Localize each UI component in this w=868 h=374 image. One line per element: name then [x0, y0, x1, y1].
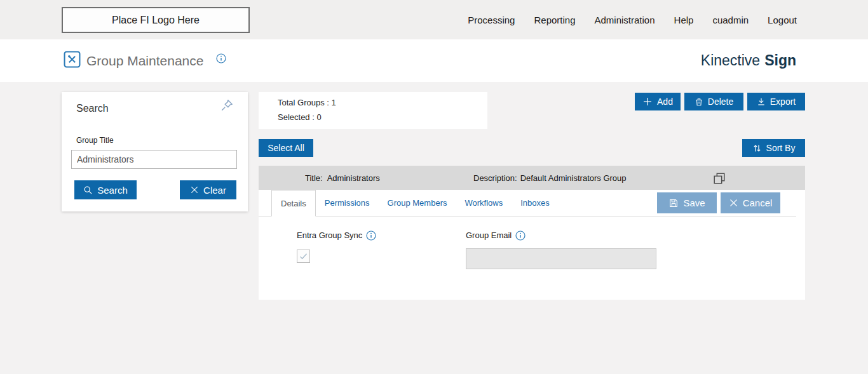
fi-logo-text: Place FI Logo Here: [112, 15, 200, 26]
group-description-field-value: Default Administrators Group: [520, 173, 627, 183]
entra-group-sync-info-icon[interactable]: [366, 230, 376, 241]
search-icon: [83, 185, 93, 195]
entra-group-sync-checkbox[interactable]: [297, 250, 310, 263]
sort-by-button[interactable]: Sort By: [742, 139, 805, 157]
top-bar: Place FI Logo Here Processing Reporting …: [0, 0, 868, 39]
sort-by-button-label: Sort By: [766, 143, 796, 153]
group-email-info-icon[interactable]: [515, 230, 526, 241]
delete-button[interactable]: Delete: [684, 93, 743, 110]
close-icon: [190, 185, 199, 194]
copy-icon[interactable]: [712, 171, 726, 185]
page-header: Group Maintenance Kinective Sign: [0, 39, 868, 82]
group-email-label: Group Email: [466, 230, 526, 241]
cancel-button-label: Cancel: [743, 197, 773, 208]
search-button[interactable]: Search: [74, 180, 137, 199]
export-button[interactable]: Export: [747, 93, 805, 110]
search-button-label: Search: [97, 185, 128, 196]
selected-count: Selected : 0: [278, 112, 322, 122]
page-title: Group Maintenance: [86, 39, 203, 82]
pin-icon[interactable]: [220, 98, 234, 112]
nav-item-administration[interactable]: Administration: [595, 15, 655, 25]
select-all-button-label: Select All: [268, 143, 304, 153]
nav-item-help[interactable]: Help: [674, 15, 694, 25]
save-disk-icon: [668, 198, 679, 208]
group-row-title: Title: Administrators: [305, 166, 380, 190]
select-all-button[interactable]: Select All: [259, 139, 313, 157]
nav-item-reporting[interactable]: Reporting: [534, 15, 575, 25]
search-panel-title: Search: [76, 103, 109, 114]
close-icon: [729, 198, 738, 208]
group-title-label: Group Title: [76, 136, 114, 145]
clear-button[interactable]: Clear: [180, 180, 236, 199]
add-button-label: Add: [657, 97, 673, 107]
download-icon: [757, 97, 766, 106]
tab-workflows[interactable]: Workflows: [456, 190, 512, 216]
save-button-label: Save: [683, 197, 705, 208]
group-row-description: Description: Default Administrators Grou…: [473, 166, 627, 190]
check-icon: [299, 251, 308, 261]
brand-first: Kinective: [701, 52, 760, 69]
add-button[interactable]: Add: [635, 93, 681, 110]
nav-item-cuadmin[interactable]: cuadmin: [712, 15, 749, 25]
plus-icon: [642, 97, 653, 107]
group-description-field-label: Description:: [473, 173, 517, 183]
sort-arrows-icon: [752, 144, 762, 153]
nav-item-logout[interactable]: Logout: [768, 15, 797, 25]
group-title-input[interactable]: [71, 150, 237, 169]
tab-group-members[interactable]: Group Members: [379, 190, 456, 216]
group-detail-panel: Details Permissions Group Members Workfl…: [259, 190, 805, 300]
export-button-label: Export: [770, 97, 796, 107]
total-groups-count: Total Groups : 1: [278, 98, 336, 107]
delete-button-label: Delete: [708, 97, 733, 107]
tab-inboxes[interactable]: Inboxes: [512, 190, 559, 216]
group-title-field-label: Title:: [305, 173, 323, 183]
group-email-input: [466, 248, 656, 269]
top-nav: Processing Reporting Administration Help…: [468, 0, 797, 39]
nav-item-processing[interactable]: Processing: [468, 15, 515, 25]
group-maintenance-page: Place FI Logo Here Processing Reporting …: [0, 0, 868, 374]
group-row[interactable]: Title: Administrators Description: Defau…: [259, 166, 805, 190]
fi-logo-placeholder: Place FI Logo Here: [62, 7, 250, 33]
summary-box: Total Groups : 1 Selected : 0: [259, 92, 487, 129]
maintenance-tools-icon: [64, 51, 81, 68]
brand-logo: Kinective Sign: [701, 39, 796, 82]
tab-permissions[interactable]: Permissions: [316, 190, 379, 216]
page-title-info-icon[interactable]: [216, 53, 226, 63]
save-button[interactable]: Save: [657, 192, 717, 213]
brand-second: Sign: [764, 52, 796, 69]
trash-icon: [695, 97, 703, 107]
cancel-button[interactable]: Cancel: [721, 192, 780, 213]
tab-details[interactable]: Details: [271, 190, 316, 217]
clear-button-label: Clear: [203, 185, 226, 196]
search-panel: Search Group Title Search Clear: [62, 92, 248, 211]
entra-group-sync-label: Entra Group Sync: [297, 230, 376, 241]
group-title-field-value: Administrators: [327, 173, 380, 183]
